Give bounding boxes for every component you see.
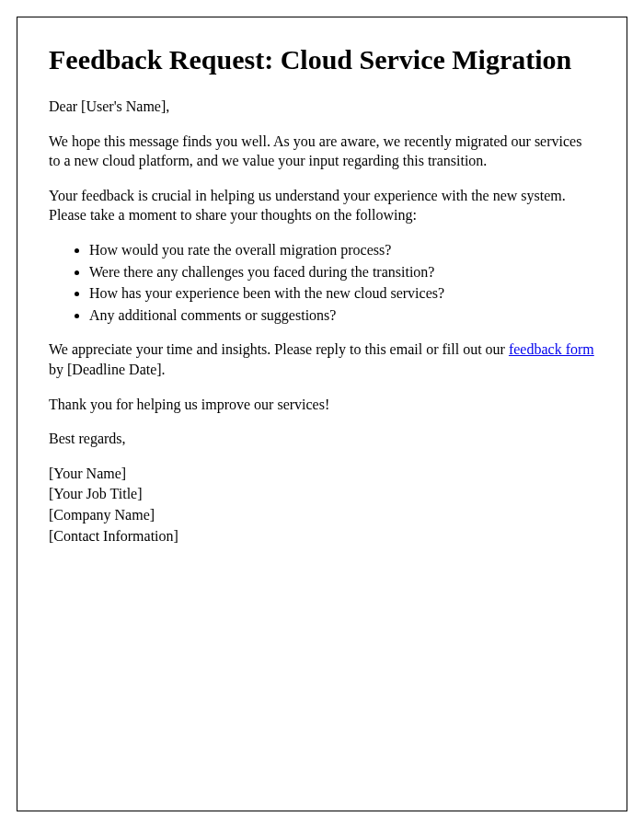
list-item: How would you rate the overall migration…: [89, 240, 595, 260]
greeting-text: Dear [User's Name],: [49, 97, 595, 117]
signature-company: [Company Name]: [49, 505, 595, 525]
sign-off: Best regards,: [49, 429, 595, 449]
feedback-prompt: Your feedback is crucial in helping us u…: [49, 186, 595, 225]
signature-contact: [Contact Information]: [49, 526, 595, 546]
signature-name: [Your Name]: [49, 464, 595, 484]
signature-block: [Your Name] [Your Job Title] [Company Na…: [49, 464, 595, 546]
thank-you-text: Thank you for helping us improve our ser…: [49, 395, 595, 415]
document-frame: Feedback Request: Cloud Service Migratio…: [17, 17, 627, 811]
list-item: How has your experience been with the ne…: [89, 283, 595, 304]
closing-suffix: by [Deadline Date].: [49, 362, 166, 377]
signature-title: [Your Job Title]: [49, 484, 595, 504]
list-item: Were there any challenges you faced duri…: [89, 262, 595, 282]
page-title: Feedback Request: Cloud Service Migratio…: [49, 43, 595, 76]
closing-paragraph: We appreciate your time and insights. Pl…: [49, 339, 595, 379]
feedback-form-link[interactable]: feedback form: [509, 341, 594, 357]
closing-prefix: We appreciate your time and insights. Pl…: [49, 341, 509, 357]
list-item: Any additional comments or suggestions?: [89, 305, 595, 326]
question-list: How would you rate the overall migration…: [49, 240, 595, 325]
intro-paragraph: We hope this message finds you well. As …: [49, 132, 595, 171]
